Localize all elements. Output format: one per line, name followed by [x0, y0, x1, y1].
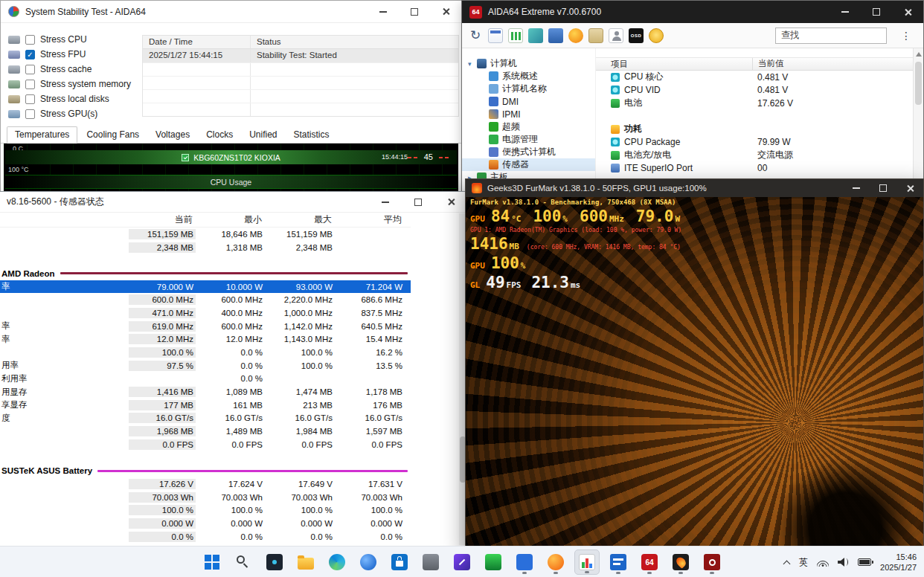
sensor-row[interactable]: 100.0 %0.0 %100.0 %16.2 % [0, 346, 411, 359]
sensor-row[interactable]: 0.0 %0.0 %0.0 %0.0 % [0, 530, 411, 544]
sensor-row[interactable]: 600.0 MHz600.0 MHz2,220.0 MHz686.6 MHz [0, 293, 411, 306]
sensor-row[interactable]: 率79.000 W10.000 W93.000 W71.204 W [0, 280, 411, 294]
tree-item-portable-computer[interactable]: 便携式计算机 [462, 146, 595, 158]
tree-item-ipmi[interactable]: IPMI [462, 108, 595, 120]
tab-unified[interactable]: Unified [242, 127, 284, 143]
sensor-row[interactable]: 率619.0 MHz600.0 MHz1,142.0 MHz640.5 MHz [0, 320, 411, 333]
chart-report-icon[interactable] [508, 28, 523, 43]
furmark-titlebar[interactable]: Geeks3D FurMark v1.38.1.0 - 50FPS, GPU1 … [466, 179, 923, 197]
panel-column-item[interactable]: 项目 [596, 58, 752, 70]
maximize-button[interactable] [861, 1, 892, 23]
sensor-row[interactable]: 17.626 V17.624 V17.649 V17.631 V [0, 477, 411, 491]
sensor-row[interactable]: 率12.0 MHz12.0 MHz1,143.0 MHz15.4 MHz [0, 333, 411, 346]
kebab-menu-icon[interactable]: ⋮ [899, 30, 913, 42]
minimize-button[interactable] [369, 192, 402, 212]
tree-item-computer[interactable]: ▾计算机 [462, 57, 595, 70]
stress-checkbox[interactable] [25, 109, 35, 119]
taskbar-file-explorer[interactable] [293, 549, 318, 575]
wifi-icon[interactable] [817, 558, 829, 567]
panel-column-value[interactable]: 当前值 [752, 58, 913, 70]
taskbar-sensor-panel[interactable] [606, 549, 631, 575]
sensor-section-row[interactable]: AMD Radeon [0, 267, 411, 280]
tab-clocks[interactable]: Clocks [199, 127, 240, 143]
stress-checkbox[interactable] [25, 80, 35, 89]
sensor-column-header[interactable]: 最小 [197, 213, 266, 226]
panel-row[interactable]: CPU VID0.481 V [596, 84, 913, 97]
taskbar-app-orange[interactable] [543, 549, 568, 575]
scrollbar-thumb[interactable] [915, 62, 922, 105]
taskbar-store[interactable] [387, 549, 412, 575]
sensor-column-header[interactable]: 当前 [43, 213, 197, 226]
panel-row[interactable]: 电池充/放电交流电源 [596, 149, 913, 162]
taskbar-edge[interactable] [324, 549, 350, 575]
taskbar-xbox[interactable] [481, 549, 506, 575]
sensor-column-header[interactable]: 平均 [336, 213, 406, 226]
stress-option[interactable]: Stress CPU [1, 32, 142, 47]
scroll-up-icon[interactable] [916, 52, 922, 57]
sensor-section-row[interactable]: SUSTeK ASUS Battery [0, 464, 411, 477]
tree-item-dmi[interactable]: DMI [462, 95, 595, 108]
stress-option[interactable]: ✓Stress FPU [1, 47, 142, 62]
sensor-row[interactable]: 70.003 Wh70.003 Wh70.003 Wh70.003 Wh [0, 491, 411, 504]
close-button[interactable] [892, 1, 923, 23]
log-row[interactable]: 2025/1/27 15:44:15Stability Test: Starte… [143, 49, 458, 62]
taskbar-furmark[interactable] [668, 549, 693, 575]
aida-scrollbar[interactable] [913, 48, 923, 194]
log-column-header[interactable]: Date / Time [143, 36, 251, 48]
benchmark-icon[interactable] [568, 28, 583, 43]
input-language-indicator[interactable]: 英 [799, 556, 808, 569]
user-icon[interactable] [609, 28, 623, 43]
sensor-row[interactable]: 1,968 MB1,489 MB1,984 MB1,597 MB [0, 425, 411, 438]
panel-row[interactable]: 功耗 [596, 123, 913, 136]
maximize-button[interactable] [399, 1, 430, 22]
tray-overflow-chevron-icon[interactable] [783, 559, 790, 566]
stress-checkbox[interactable] [25, 65, 35, 74]
maximize-button[interactable] [402, 192, 434, 212]
taskbar-search[interactable] [231, 549, 256, 575]
tree-item-system-overview[interactable]: 系统概述 [462, 70, 595, 83]
sensor-row[interactable]: 2,348 MB1,318 MB2,348 MB [0, 241, 411, 254]
tree-item-power-management[interactable]: 电源管理 [462, 133, 595, 146]
taskbar-app-blue[interactable] [512, 549, 537, 575]
sensor-gauge-icon[interactable] [649, 28, 664, 43]
taskbar-start[interactable] [199, 549, 225, 575]
close-button[interactable] [434, 192, 467, 212]
panel-row[interactable]: CPU 核心0.481 V [596, 71, 913, 84]
aida-titlebar[interactable]: 64 AIDA64 Extreme v7.00.6700 [462, 1, 923, 23]
remote-monitor-icon[interactable] [548, 28, 563, 43]
minimize-button[interactable] [368, 1, 399, 22]
stress-option[interactable]: Stress GPU(s) [1, 106, 142, 121]
sensor-row[interactable]: 享显存177 MB161 MB213 MB176 MB [0, 399, 411, 412]
stress-option[interactable]: Stress system memory [1, 77, 142, 91]
panel-row[interactable]: ITE SuperIO Port00 [596, 162, 913, 175]
stress-checkbox[interactable]: ✓ [25, 50, 35, 59]
panel-row[interactable]: CPU Package79.99 W [596, 136, 913, 149]
osd-icon[interactable]: OSD [629, 28, 644, 43]
close-button[interactable] [430, 1, 461, 22]
battery-icon[interactable] [858, 558, 871, 566]
sensor-row[interactable]: 0.0 FPS0.0 FPS0.0 FPS0.0 FPS [0, 438, 411, 451]
taskbar-browser[interactable] [356, 549, 381, 575]
chevron-down-icon[interactable]: ▾ [468, 60, 477, 68]
taskbar-app-gray[interactable] [418, 549, 443, 575]
sensor-row[interactable]: 度16.0 GT/s16.0 GT/s16.0 GT/s16.0 GT/s [0, 412, 411, 425]
minimize-button[interactable] [843, 179, 870, 197]
sensor-row[interactable]: 0.000 W0.000 W0.000 W0.000 W [0, 517, 411, 530]
minimize-button[interactable] [830, 1, 861, 23]
tree-item-computer-name[interactable]: 计算机名称 [462, 83, 595, 95]
tree-item-sensor[interactable]: 传感器 [462, 158, 595, 171]
taskbar-dev-app[interactable] [449, 549, 475, 575]
clock[interactable]: 15:46 2025/1/27 [880, 552, 917, 573]
sensors-titlebar[interactable]: v8.16-5600 - 传感器状态 [0, 192, 467, 213]
tab-voltages[interactable]: Voltages [148, 127, 197, 143]
report-page-icon[interactable] [488, 28, 503, 43]
tree-item-overclock[interactable]: 超频 [462, 120, 595, 133]
taskbar-aida64[interactable]: 64 [637, 549, 662, 575]
maximize-button[interactable] [870, 179, 896, 197]
sensor-row[interactable]: 100.0 %100.0 %100.0 %100.0 % [0, 503, 411, 517]
search-input[interactable]: 查找 [775, 28, 887, 44]
stability-titlebar[interactable]: System Stability Test - AIDA64 [1, 1, 461, 23]
taskbar-hwinfo-sensors[interactable] [574, 549, 600, 575]
tab-statistics[interactable]: Statistics [286, 127, 337, 143]
volume-icon[interactable] [838, 558, 849, 567]
